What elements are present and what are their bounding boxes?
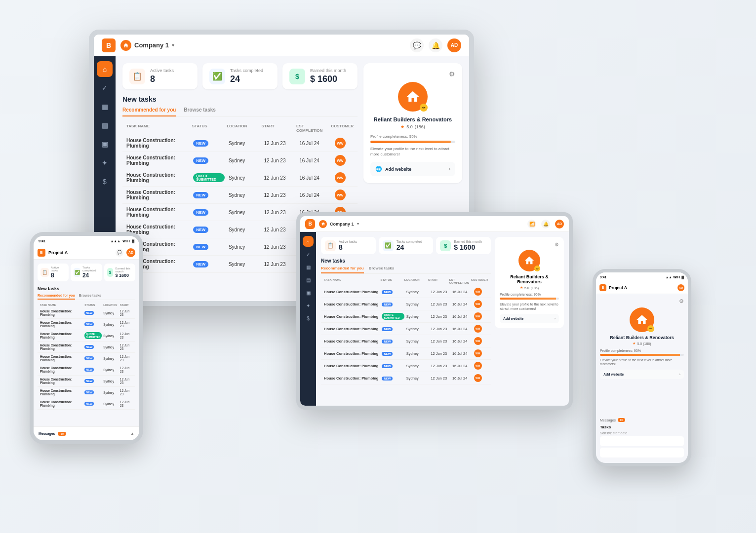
p-start: 12 Jun 23 (120, 400, 133, 407)
earned-label: Earned this month (310, 68, 346, 73)
task-customer: WW (335, 155, 354, 166)
phone-right-gear-icon[interactable]: ⚙ (679, 298, 684, 305)
phone-right-content: ⚙ ✏ Reliant Builders & Renovators ★ 5.0 … (596, 294, 688, 418)
t-start: 12 Jun 23 (431, 376, 450, 381)
p-loc: Sydney (103, 380, 119, 383)
tablet-add-website-btn[interactable]: Add website › (500, 314, 559, 323)
phone-active-label: Active tasks (51, 266, 66, 272)
tablet-sidebar-users[interactable]: ✦ (303, 300, 314, 311)
sidebar-item-calendar[interactable]: ▦ (97, 99, 113, 114)
t-start: 12 Jun 23 (431, 290, 450, 294)
company-selector[interactable]: Company 1 ▾ (120, 40, 174, 51)
p-status: NEW (84, 368, 102, 372)
phone-table-row[interactable]: House Construction: PlumbingNEWSydney12 … (38, 398, 135, 410)
sidebar-item-users[interactable]: ✦ (97, 155, 113, 171)
phone-table-row[interactable]: House Construction: PlumbingNEWSydney12 … (38, 364, 135, 376)
phone-right-edit-icon[interactable]: ✏ (647, 325, 654, 332)
phone-messages-badge: 10 (58, 432, 66, 436)
phone-earned-value: $ 1600 (115, 273, 132, 278)
edit-avatar-icon[interactable]: ✏ (420, 104, 428, 112)
phone-table-row[interactable]: House Construction: PlumbingNEWSydney12 … (38, 342, 135, 353)
task-name: House Construction: Plumbing (126, 190, 189, 200)
tablet-tab-recommended[interactable]: Recommended for you (321, 266, 364, 273)
notifications-icon-btn[interactable]: 🔔 (429, 38, 442, 52)
tablet-chevron-icon: ▾ (357, 222, 359, 226)
phone-table-row[interactable]: House Construction: PlumbingNEWSydney12 … (38, 353, 135, 364)
table-row[interactable]: House Construction: Plumbing NEW Sydney … (122, 135, 358, 152)
tablet-table-row[interactable]: House Construction: PlumbingNEWSydney12 … (321, 286, 491, 298)
sidebar-item-home[interactable]: ⌂ (97, 61, 113, 77)
t-est: 16 Jul 24 (452, 302, 472, 306)
phone-table-row[interactable]: House Construction: PlumbingNEWSydney12 … (38, 307, 135, 319)
p-status: NEW (84, 356, 102, 360)
task-status: NEW (193, 227, 225, 233)
phone-avatar[interactable]: AD (126, 248, 135, 257)
phone-battery-icon: ▓ (132, 239, 134, 243)
tablet-profile-desc: Elevate your profile to the next level t… (500, 302, 559, 311)
phone-msg-icon[interactable]: 💬 (116, 249, 123, 257)
tablet-table-row[interactable]: House Construction: PlumbingNEWSydney12 … (321, 347, 491, 360)
tasks-table-header: TASK NAME STATUS LOCATION START EST COMP… (122, 122, 358, 135)
tablet-table-row[interactable]: House Construction: PlumbingNEWSydney12 … (321, 372, 491, 384)
table-row[interactable]: House Construction: Plumbing NEW Sydney … (122, 187, 358, 204)
sidebar-item-layers[interactable]: ▤ (97, 117, 113, 133)
t-loc: Sydney (406, 376, 429, 381)
phone-right-avatar[interactable]: AD (677, 284, 684, 291)
t-cust: WW (474, 312, 488, 320)
phone-table-row[interactable]: House Construction: PlumbingNEWSydney12 … (38, 387, 135, 398)
phone-right-task-row-2[interactable] (600, 448, 684, 457)
tablet-sidebar-building[interactable]: ▣ (303, 287, 314, 298)
tablet-sidebar-calendar[interactable]: ▦ (303, 262, 314, 272)
phone-active-info: Active tasks 8 (51, 266, 66, 279)
phone-right-add-website-btn[interactable]: Add website › (600, 370, 684, 379)
p-task: House Construction: Plumbing (40, 389, 83, 396)
tablet-sidebar-layers[interactable]: ▤ (303, 274, 314, 285)
phone-right-tasks-section: Tasks (600, 425, 684, 429)
col-task-name: TASK NAME (126, 124, 188, 133)
phone-col-task: TASK NAME (40, 304, 83, 306)
tablet-table-row[interactable]: House Construction: PlumbingQUOTE SUBMIT… (321, 310, 491, 323)
messages-icon-btn[interactable]: 💬 (410, 38, 424, 52)
task-status: NEW (193, 209, 225, 216)
table-row[interactable]: House Construction: Plumbing QUOTE SUBMI… (122, 169, 358, 187)
p-task: House Construction: Plumbing (40, 343, 83, 350)
tablet-bell-icon[interactable]: 🔔 (541, 220, 550, 228)
sidebar-item-dollar[interactable]: $ (97, 174, 113, 190)
p-status: NEW (84, 322, 102, 326)
sidebar-item-building[interactable]: ▣ (97, 136, 113, 152)
profile-card-header: ⚙ (370, 70, 455, 78)
tablet-company-selector[interactable]: Company 1 ▾ (319, 220, 359, 228)
phone-table-row[interactable]: House Construction: PlumbingNEWSydney12 … (38, 319, 135, 330)
tab-recommended[interactable]: Recommended for you (122, 107, 176, 116)
active-tasks-value: 8 (150, 74, 174, 84)
phone-tab-recommended[interactable]: Recommended for you (38, 294, 75, 300)
rating-value: 5.0 (406, 124, 413, 129)
table-row[interactable]: House Construction: Plumbing NEW Sydney … (122, 152, 358, 169)
tablet-table-row[interactable]: House Construction: PlumbingNEWSydney12 … (321, 360, 491, 372)
phone-tab-browse[interactable]: Browse tasks (79, 294, 101, 300)
topbar-icons: 💬 🔔 AD (410, 38, 461, 52)
tablet-sidebar-home[interactable]: ⌂ (303, 236, 314, 247)
phone-right-task-row-1[interactable] (600, 436, 684, 446)
phone-topbar: B Project A 💬 AD (34, 246, 139, 260)
phone-table-row[interactable]: House Construction: PlumbingNEWSydney12 … (38, 376, 135, 387)
add-website-button[interactable]: 🌐 Add website › (370, 162, 455, 176)
tablet-sidebar-dollar[interactable]: $ (303, 313, 314, 324)
task-start: 12 Jun 23 (264, 192, 296, 198)
user-avatar-btn[interactable]: AD (447, 38, 461, 52)
phone-table-row[interactable]: House Construction: PlumbingQUOTE SUBMIT… (38, 330, 135, 342)
tablet-table-row[interactable]: House Construction: PlumbingNEWSydney12 … (321, 323, 491, 335)
tablet-sidebar-tasks[interactable]: ✓ (303, 249, 314, 260)
tablet-avatar-btn[interactable]: AD (555, 220, 564, 228)
phone-right-status-bar: 9:41 ▲▲ WiFi ▓ (596, 272, 688, 281)
settings-icon[interactable]: ⚙ (449, 70, 455, 78)
t-task: House Construction: Plumbing (324, 314, 380, 319)
tab-browse[interactable]: Browse tasks (184, 107, 215, 116)
sidebar-item-tasks[interactable]: ✓ (97, 80, 113, 96)
tablet-table-row[interactable]: House Construction: PlumbingNEWSydney12 … (321, 298, 491, 310)
tablet-edit-icon[interactable]: ✏ (534, 266, 540, 271)
tablet-tab-browse[interactable]: Browse tasks (369, 266, 395, 273)
tablet-company-icon (319, 220, 327, 228)
tablet-table-row[interactable]: House Construction: PlumbingNEWSydney12 … (321, 335, 491, 347)
tablet-settings-icon[interactable]: ⚙ (555, 242, 559, 247)
